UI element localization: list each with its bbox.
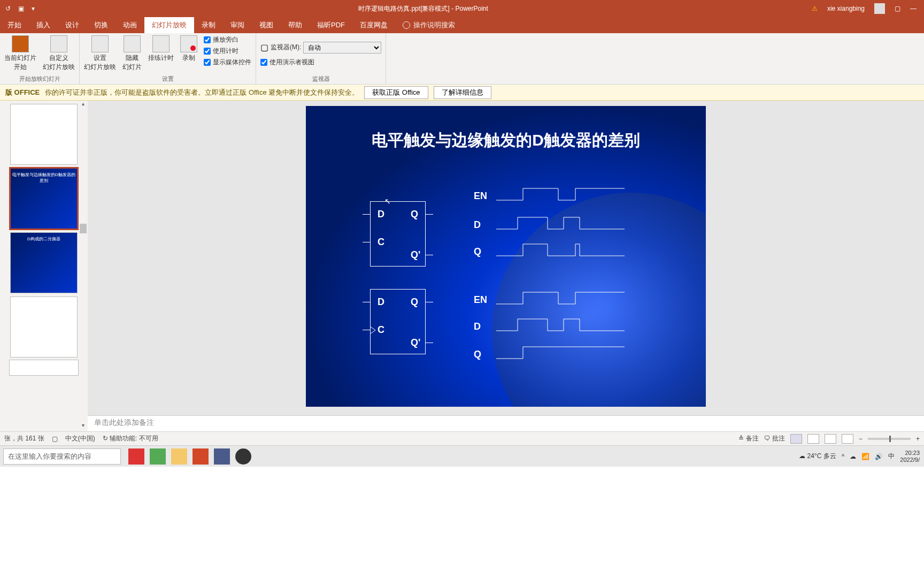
thumbnail-slide-next1[interactable]: [10, 232, 78, 293]
tab-foxit[interactable]: 福昕PDF: [310, 17, 352, 33]
zoom-slider[interactable]: [868, 438, 911, 440]
slide[interactable]: 电平触发与边缘触发的D触发器的差别 ↖ D C Q Q' D C Q Q': [306, 106, 706, 407]
powerpoint-icon[interactable]: [192, 448, 209, 465]
normal-view-button[interactable]: [790, 434, 802, 444]
monitor-select[interactable]: 自动: [303, 42, 381, 54]
license-warning-icon[interactable]: ⚠: [812, 5, 818, 12]
tab-slideshow[interactable]: 幻灯片放映: [144, 17, 194, 33]
custom-slideshow-button[interactable]: 自定义 幻灯片放映: [43, 35, 75, 72]
tab-design[interactable]: 设计: [58, 17, 87, 33]
accessibility-status[interactable]: ↻ 辅助功能: 不可用: [103, 434, 158, 443]
license-warning-bar: 版 OFFICE 你的许可证并非正版，你可能是盗版软件的受害者。立即通过正版 O…: [0, 85, 924, 101]
pin-qn-label: Q': [411, 337, 420, 348]
waveform-en1: [496, 187, 625, 203]
file-explorer-icon[interactable]: [171, 448, 187, 465]
tab-review[interactable]: 审阅: [223, 17, 252, 33]
warning-lead: 版 OFFICE: [5, 88, 40, 97]
onedrive-icon[interactable]: ☁: [850, 453, 856, 460]
tab-record[interactable]: 录制: [194, 17, 223, 33]
waveform-en2: [496, 291, 625, 307]
volume-icon[interactable]: 🔊: [875, 453, 883, 460]
taskbar-app-icon[interactable]: [235, 448, 251, 465]
ribbon-display-icon[interactable]: ▢: [895, 5, 900, 12]
tab-animation[interactable]: 动画: [116, 17, 144, 33]
windows-search-input[interactable]: 在这里输入你要搜索的内容: [3, 448, 121, 465]
language-status[interactable]: 中文(中国): [65, 434, 95, 443]
cursor-icon: ↖: [384, 197, 391, 206]
wave-q-label: Q: [474, 349, 481, 360]
scroll-thumb[interactable]: [80, 224, 87, 233]
undo-icon[interactable]: ↺: [5, 5, 11, 12]
scroll-down-icon[interactable]: ▾: [79, 422, 88, 431]
thumbnail-slide-next2[interactable]: [10, 296, 78, 358]
tab-baidu[interactable]: 百度网盘: [352, 17, 395, 33]
ribbon-tabs: 开始 插入 设计 切换 动画 幻灯片放映 录制 审阅 视图 帮助 福昕PDF 百…: [0, 17, 924, 33]
tray-chevron-icon[interactable]: ^: [842, 453, 845, 460]
pin-d-label: D: [378, 209, 384, 220]
zoom-out-button[interactable]: −: [859, 435, 863, 443]
notes-pane[interactable]: 单击此处添加备注: [88, 415, 924, 431]
start-slideshow-icon[interactable]: ▣: [18, 5, 24, 12]
pin-c-label: C: [378, 324, 384, 336]
show-media-controls-checkbox[interactable]: 显示媒体控件: [204, 58, 251, 67]
thumbnail-slide-current[interactable]: [10, 168, 78, 229]
spellcheck-icon[interactable]: ▢: [52, 435, 58, 443]
waveform-d2: [496, 318, 625, 334]
notes-toggle[interactable]: ≙ 备注: [738, 434, 758, 443]
slide-sorter-button[interactable]: [807, 434, 819, 444]
record-slideshow-button[interactable]: 录制: [180, 35, 197, 63]
title-bar: ↺ ▣ ▾ 时序逻辑电路仿真.ppt[兼容模式] - PowerPoint ⚠ …: [0, 0, 924, 17]
get-genuine-button[interactable]: 获取正版 Office: [364, 86, 428, 99]
hide-icon: [124, 35, 141, 52]
group-monitor-label: 监视器: [260, 75, 381, 83]
scroll-up-icon[interactable]: ▴: [79, 101, 88, 110]
wifi-icon[interactable]: 📶: [861, 453, 869, 460]
group-start-label: 开始放映幻灯片: [4, 75, 75, 83]
ime-indicator[interactable]: 中: [888, 452, 895, 461]
taskbar-app-icon[interactable]: [128, 448, 144, 465]
from-current-slide-button[interactable]: 当前幻灯片 开始: [4, 35, 36, 72]
use-timings-checkbox[interactable]: 使用计时: [204, 47, 251, 56]
slide-thumbnail-panel[interactable]: ▴ ▾: [0, 101, 88, 431]
tab-transition[interactable]: 切换: [87, 17, 116, 33]
learn-more-button[interactable]: 了解详细信息: [434, 86, 491, 99]
hide-slide-button[interactable]: 隐藏 幻灯片: [122, 35, 142, 72]
group-setup-label: 设置: [84, 75, 251, 83]
tab-insert[interactable]: 插入: [29, 17, 58, 33]
presenter-view-checkbox[interactable]: 使用演示者视图: [260, 58, 314, 67]
rehearse-timings-button[interactable]: 排练计时: [148, 35, 174, 63]
zoom-in-button[interactable]: +: [916, 435, 920, 443]
thumbnail-slide-prev1[interactable]: [10, 104, 78, 165]
tab-start[interactable]: 开始: [0, 17, 29, 33]
qat-dropdown-icon[interactable]: ▾: [32, 5, 35, 12]
ribbon-content: 当前幻灯片 开始 自定义 幻灯片放映 开始放映幻灯片 设置 幻灯片放映 隐藏 幻…: [0, 33, 924, 85]
reading-view-button[interactable]: [825, 434, 836, 444]
wire: [363, 302, 370, 302]
tab-view[interactable]: 视图: [252, 17, 281, 33]
tab-help[interactable]: 帮助: [281, 17, 310, 33]
avatar[interactable]: [874, 3, 885, 14]
slideshow-icon: [12, 35, 29, 52]
wave-q-label: Q: [474, 246, 481, 257]
pin-q-label: Q: [411, 296, 418, 308]
wave-en-label: EN: [474, 294, 487, 306]
taskbar-app-icon[interactable]: [214, 448, 230, 465]
weather-widget[interactable]: ☁ 24°C 多云: [799, 452, 836, 461]
user-name[interactable]: xie xiangbing: [827, 5, 865, 12]
thumbnail-slide-next3[interactable]: [9, 360, 79, 376]
setup-slideshow-button[interactable]: 设置 幻灯片放映: [84, 35, 116, 72]
play-narrations-checkbox[interactable]: 播放旁白: [204, 35, 251, 44]
pin-q-label: Q: [411, 209, 418, 220]
wave-en-label: EN: [474, 191, 487, 202]
tell-me-search[interactable]: 操作说明搜索: [395, 17, 463, 33]
thumbnail-scrollbar[interactable]: ▴ ▾: [79, 101, 88, 431]
status-bar: 张，共 161 张 ▢ 中文(中国) ↻ 辅助功能: 不可用 ≙ 备注 🗨 批注…: [0, 431, 924, 445]
wire: [363, 330, 370, 330]
windows-taskbar: 在这里输入你要搜索的内容 ☁ 24°C 多云 ^ ☁ 📶 🔊 中 20:23 2…: [0, 445, 924, 467]
warning-message: 你的许可证并非正版，你可能是盗版软件的受害者。立即通过正版 Office 避免中…: [45, 88, 359, 97]
taskbar-app-icon[interactable]: [150, 448, 166, 465]
minimize-icon[interactable]: —: [910, 5, 917, 12]
comments-toggle[interactable]: 🗨 批注: [764, 434, 785, 443]
clock[interactable]: 20:23 2022/9/: [900, 450, 920, 462]
slideshow-view-button[interactable]: [842, 434, 853, 444]
